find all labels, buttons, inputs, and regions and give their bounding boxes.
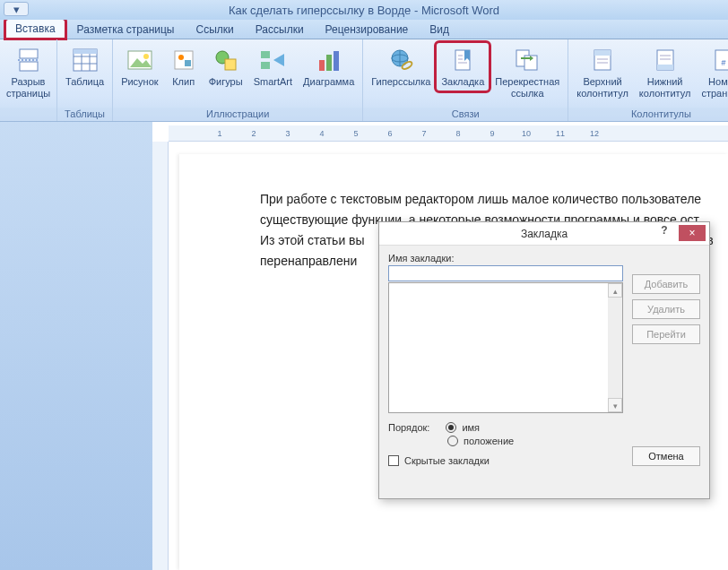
smartart-button[interactable]: SmartArt — [249, 43, 297, 91]
group-tables: Таблица Таблицы — [57, 39, 113, 121]
order-name-radio[interactable] — [446, 422, 456, 433]
tab-mailings[interactable]: Рассылки — [246, 20, 314, 39]
svg-text:#: # — [721, 58, 725, 67]
doc-line: При работе с текстовым редактором лишь м… — [260, 190, 717, 209]
svg-rect-39 — [657, 65, 673, 70]
bookmark-name-input[interactable] — [388, 265, 623, 281]
dialog-close-button[interactable]: × — [679, 225, 706, 241]
bookmark-button[interactable]: Закладка — [437, 43, 489, 91]
header-button[interactable]: Верхнийколонтитул — [572, 43, 633, 101]
chart-icon — [315, 46, 343, 74]
goto-button[interactable]: Перейти — [632, 324, 700, 344]
hyperlink-button[interactable]: Гиперссылка — [367, 43, 435, 91]
group-illustrations: Рисунок Клип Фигуры SmartArt — [113, 39, 363, 121]
tab-view[interactable]: Вид — [420, 20, 459, 39]
svg-rect-21 — [326, 55, 332, 71]
bookmark-icon — [448, 46, 477, 74]
scroll-down-icon[interactable]: ▾ — [608, 398, 622, 412]
svg-rect-20 — [319, 60, 325, 71]
smartart-icon — [258, 46, 287, 74]
svg-rect-35 — [594, 50, 611, 56]
svg-rect-14 — [185, 60, 191, 66]
order-position-label: положение — [464, 436, 514, 446]
order-position-radio[interactable] — [447, 436, 458, 446]
svg-point-13 — [178, 55, 184, 60]
footer-button[interactable]: Нижнийколонтитул — [635, 43, 696, 101]
add-button[interactable]: Добавить — [632, 274, 700, 294]
svg-rect-8 — [74, 49, 97, 54]
scroll-up-icon[interactable]: ▴ — [608, 283, 622, 298]
hidden-bookmarks-label: Скрытые закладки — [404, 455, 490, 466]
page-break-button[interactable]: Разрывстраницы — [4, 43, 53, 101]
group-label-links: Связи — [363, 108, 568, 121]
list-scrollbar[interactable]: ▴ ▾ — [608, 283, 622, 412]
tab-page-layout[interactable]: Разметка страницы — [67, 20, 185, 39]
group-headers: Верхнийколонтитул Нижнийколонтитул # Ном… — [568, 39, 728, 121]
page-break-icon — [14, 46, 43, 74]
cancel-button[interactable]: Отмена — [632, 446, 700, 466]
vertical-ruler[interactable] — [152, 142, 169, 570]
header-icon — [588, 46, 617, 74]
clip-button[interactable]: Клип — [165, 43, 203, 91]
shapes-icon — [212, 46, 240, 74]
bookmark-list[interactable]: ▴ ▾ — [388, 282, 623, 413]
chart-button[interactable]: Диаграмма — [299, 43, 359, 91]
order-label: Порядок: — [388, 422, 429, 433]
svg-point-11 — [143, 54, 149, 59]
picture-button[interactable]: Рисунок — [117, 43, 163, 91]
table-button[interactable]: Таблица — [61, 43, 108, 91]
ribbon-tabs: Вставка Разметка страницы Ссылки Рассылк… — [0, 20, 728, 39]
group-label-headers: Колонтитулы — [568, 108, 728, 121]
footer-icon — [651, 46, 680, 74]
dialog-titlebar[interactable]: Закладка ? × — [379, 222, 709, 246]
pagenum-icon: # — [709, 46, 728, 74]
table-icon — [71, 46, 100, 74]
title-bar: ▾ Как сделать гиперссылку в Ворде - Micr… — [0, 0, 728, 20]
dialog-title: Закладка — [521, 228, 568, 240]
svg-rect-1 — [20, 62, 38, 71]
crossref-button[interactable]: Перекрестнаяссылка — [490, 43, 564, 101]
svg-rect-16 — [225, 59, 236, 70]
delete-button[interactable]: Удалить — [632, 299, 700, 319]
group-pages: Разрывстраницы — [0, 39, 57, 121]
group-label-illustrations: Иллюстрации — [113, 108, 362, 121]
hidden-bookmarks-checkbox[interactable] — [388, 455, 399, 466]
group-links: Гиперссылка Закладка Перекрестнаяссылка … — [363, 39, 568, 121]
tab-insert[interactable]: Вставка — [5, 19, 65, 39]
shapes-button[interactable]: Фигуры — [204, 43, 247, 91]
picture-icon — [126, 46, 154, 74]
clip-icon — [169, 46, 198, 74]
hyperlink-icon — [386, 46, 415, 74]
svg-marker-19 — [273, 54, 284, 66]
bookmark-name-label: Имя закладки: — [388, 253, 700, 263]
tab-references[interactable]: Ссылки — [186, 20, 243, 39]
horizontal-ruler[interactable]: 123456789101112 — [169, 125, 728, 142]
qat-dropdown[interactable]: ▾ — [4, 2, 29, 16]
crossref-icon — [513, 46, 542, 74]
pagenum-button[interactable]: # Номерстраницы — [697, 43, 728, 101]
svg-rect-17 — [261, 51, 270, 58]
bookmark-dialog: Закладка ? × Имя закладки: ▴ ▾ Добавить … — [378, 221, 710, 499]
dialog-help-button[interactable]: ? — [655, 224, 673, 237]
left-pane — [0, 122, 152, 570]
svg-rect-18 — [261, 62, 270, 69]
window-title: Как сделать гиперссылку в Ворде - Micros… — [229, 4, 499, 17]
svg-rect-22 — [334, 51, 339, 71]
order-name-label: имя — [462, 422, 480, 433]
tab-review[interactable]: Рецензирование — [316, 20, 419, 39]
ribbon: Разрывстраницы Таблица Таблицы Рисунок — [0, 39, 728, 122]
group-label-tables: Таблицы — [57, 108, 112, 121]
svg-rect-0 — [20, 49, 38, 58]
